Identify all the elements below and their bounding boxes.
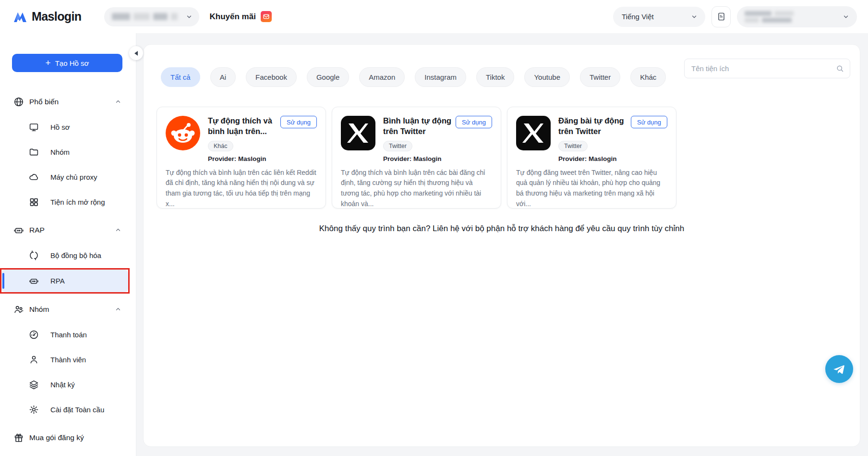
group-label: Phổ biến bbox=[29, 98, 115, 106]
x-twitter-icon bbox=[341, 116, 375, 150]
item-label: Cài đặt Toàn cầu bbox=[50, 406, 104, 414]
sidebar-item-extensions[interactable]: Tiện ích mở rộng bbox=[0, 189, 136, 214]
filter-chip-twitter[interactable]: Twitter bbox=[580, 67, 620, 87]
sidebar-item-logs[interactable]: Nhật ký bbox=[0, 372, 136, 397]
filter-chip-ai[interactable]: Ai bbox=[210, 67, 236, 87]
category-filter-chips: Tất cả Ai Facebook Google Amazon Instagr… bbox=[161, 67, 666, 87]
brand: Maslogin bbox=[13, 10, 82, 24]
search-icon bbox=[836, 64, 844, 73]
group-label: RAP bbox=[29, 226, 115, 234]
chevron-up-icon bbox=[115, 306, 121, 313]
use-button[interactable]: Sử dụng bbox=[280, 116, 317, 128]
filter-chip-tiktok[interactable]: Tiktok bbox=[476, 67, 514, 87]
filter-chip-youtube[interactable]: Youtube bbox=[524, 67, 570, 87]
create-profile-label: Tạo Hồ sơ bbox=[55, 59, 89, 67]
use-button[interactable]: Sử dụng bbox=[631, 116, 667, 128]
promotion-label: Khuyến mãi bbox=[210, 12, 256, 22]
sidebar-item-payment[interactable]: Thanh toán bbox=[0, 322, 136, 347]
use-button[interactable]: Sử dụng bbox=[456, 116, 492, 128]
item-label: Hồ sơ bbox=[50, 123, 70, 131]
globe-icon bbox=[13, 97, 24, 107]
folder-icon bbox=[29, 147, 39, 157]
sidebar-item-nhom-profiles[interactable]: Nhóm bbox=[0, 139, 136, 164]
filter-chip-khac[interactable]: Khác bbox=[630, 67, 666, 87]
filter-chip-instagram[interactable]: Instagram bbox=[415, 67, 466, 87]
workspace-selector[interactable] bbox=[104, 7, 199, 26]
person-icon bbox=[29, 355, 39, 365]
sidebar-group-pho-bien[interactable]: Phổ biến bbox=[0, 89, 136, 114]
triangle-left-icon bbox=[134, 51, 138, 56]
robot-icon bbox=[13, 225, 24, 235]
filter-chip-google[interactable]: Google bbox=[307, 67, 349, 87]
plus-icon: + bbox=[46, 58, 51, 67]
card-tag: Twitter bbox=[383, 141, 412, 151]
group-label: Nhóm bbox=[29, 305, 115, 314]
users-icon bbox=[13, 304, 24, 315]
provider-name: Maslogin bbox=[413, 155, 442, 162]
sidebar-group-nhom[interactable]: Nhóm bbox=[0, 297, 136, 322]
layers-icon bbox=[29, 380, 39, 390]
item-label: Tiện ích mở rộng bbox=[50, 198, 105, 206]
gift-icon bbox=[13, 432, 24, 443]
telegram-support-button[interactable] bbox=[825, 355, 853, 383]
provider-label: Provider: bbox=[208, 155, 236, 162]
filter-chip-tat-ca[interactable]: Tất cả bbox=[161, 67, 200, 87]
card-description: Tự động thích và bình luận trên các bài … bbox=[341, 168, 492, 210]
sidebar-item-members[interactable]: Thành viên bbox=[0, 347, 136, 372]
sidebar-item-global-settings[interactable]: Cài đặt Toàn cầu bbox=[0, 397, 136, 422]
monitor-icon bbox=[29, 122, 39, 132]
card-description: Tự động thích và bình luận trên các liên… bbox=[166, 168, 317, 210]
language-selector[interactable]: Tiếng Việt bbox=[613, 7, 705, 27]
redacted-workspace-name bbox=[112, 13, 186, 20]
rpa-card-list: Tự động thích và bình luận trên... Khác … bbox=[157, 107, 676, 209]
docs-button[interactable] bbox=[711, 6, 731, 27]
chevron-down-icon bbox=[186, 13, 193, 20]
filter-chip-facebook[interactable]: Facebook bbox=[246, 67, 297, 87]
extension-search bbox=[684, 59, 850, 78]
card-tag: Khác bbox=[208, 141, 233, 151]
chevron-down-icon bbox=[691, 13, 698, 20]
card-description: Tự động đăng tweet trên Twitter, nâng ca… bbox=[516, 168, 667, 210]
document-icon bbox=[717, 12, 726, 22]
x-twitter-icon bbox=[516, 116, 551, 150]
card-title: Bình luận tự động trên Twitter bbox=[383, 116, 456, 137]
top-header: Maslogin Khuyến mãi Tiếng Việt bbox=[0, 0, 868, 33]
provider-name: Maslogin bbox=[238, 155, 266, 162]
promo-envelope-icon bbox=[261, 11, 272, 22]
chevron-down-icon bbox=[843, 13, 849, 20]
sidebar-item-buy-subscription[interactable]: Mua gói đăng ký bbox=[0, 425, 136, 450]
custom-workflow-note: Không thấy quy trình bạn cần? Liên hệ vớ… bbox=[144, 224, 860, 234]
main-content: Tất cả Ai Facebook Google Amazon Instagr… bbox=[136, 33, 868, 456]
sidebar-item-ho-so[interactable]: Hồ sơ bbox=[0, 114, 136, 139]
maslogin-logo-icon bbox=[13, 11, 27, 23]
gear-icon bbox=[29, 405, 39, 415]
rpa-marketplace-panel: Tất cả Ai Facebook Google Amazon Instagr… bbox=[143, 44, 860, 447]
card-tag: Twitter bbox=[558, 141, 588, 151]
item-label: RPA bbox=[50, 277, 65, 285]
sidebar-item-synchronizer[interactable]: Bộ đồng bộ hóa bbox=[0, 243, 136, 268]
item-label: Thanh toán bbox=[50, 331, 87, 339]
sidebar-group-rap[interactable]: RAP bbox=[0, 218, 136, 243]
gauge-icon bbox=[29, 330, 39, 340]
item-label: Mua gói đăng ký bbox=[29, 433, 121, 442]
promotion-link[interactable]: Khuyến mãi bbox=[210, 11, 272, 22]
card-title: Đăng bài tự động trên Twitter bbox=[558, 116, 631, 137]
filter-chip-amazon[interactable]: Amazon bbox=[359, 67, 405, 87]
sidebar-item-rpa[interactable]: RPA bbox=[1, 270, 128, 292]
account-menu[interactable] bbox=[737, 6, 857, 27]
card-title: Tự động thích và bình luận trên... bbox=[208, 116, 280, 137]
rpa-card-twitter-comment: Bình luận tự động trên Twitter Twitter P… bbox=[332, 107, 501, 209]
chevron-up-icon bbox=[115, 99, 121, 105]
create-profile-button[interactable]: + Tạo Hồ sơ bbox=[12, 54, 122, 72]
search-input[interactable] bbox=[691, 64, 836, 73]
language-label: Tiếng Việt bbox=[622, 12, 691, 21]
provider-label: Provider: bbox=[558, 155, 587, 162]
brand-name: Maslogin bbox=[32, 10, 82, 24]
sidebar-item-proxy[interactable]: Máy chủ proxy bbox=[0, 164, 136, 189]
sidebar: + Tạo Hồ sơ Phổ biến Hồ sơ Nhóm Máy chủ … bbox=[0, 33, 136, 456]
sync-icon bbox=[29, 250, 39, 260]
provider-name: Maslogin bbox=[589, 155, 617, 162]
rpa-card-twitter-post: Đăng bài tự động trên Twitter Twitter Pr… bbox=[507, 107, 676, 209]
sidebar-collapse-button[interactable] bbox=[129, 46, 143, 60]
chevron-up-icon bbox=[115, 227, 121, 234]
